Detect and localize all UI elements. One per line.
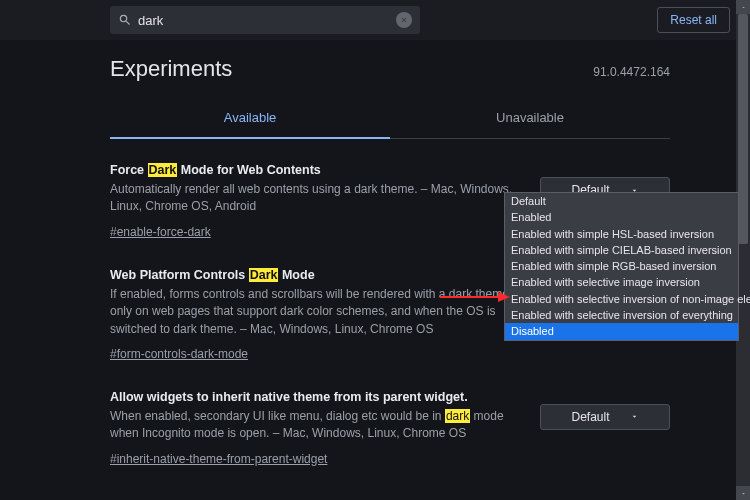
reset-all-button[interactable]: Reset all [657, 7, 730, 33]
experiment-title: Allow widgets to inherit native theme fr… [110, 390, 520, 404]
dropdown-option[interactable]: Default [505, 193, 738, 209]
experiment-row: Allow widgets to inherit native theme fr… [110, 390, 670, 467]
experiment-description: Automatically render all web contents us… [110, 181, 520, 216]
search-field[interactable] [110, 6, 420, 34]
experiment-select[interactable]: Default [540, 404, 670, 430]
tab-available[interactable]: Available [110, 98, 390, 139]
experiment-anchor[interactable]: #inherit-native-theme-from-parent-widget [110, 452, 327, 466]
experiment-title: Web Platform Controls Dark Mode [110, 268, 520, 282]
scrollbar-thumb[interactable] [738, 14, 748, 244]
scroll-up-button[interactable] [736, 0, 750, 14]
dropdown-option[interactable]: Enabled with selective inversion of ever… [505, 307, 738, 323]
dropdown-option[interactable]: Enabled [505, 209, 738, 225]
dropdown-option[interactable]: Disabled [505, 323, 738, 339]
dropdown-option[interactable]: Enabled with selective inversion of non-… [505, 291, 738, 307]
experiment-description: If enabled, forms controls and scrollbar… [110, 286, 520, 338]
dropdown-option[interactable]: Enabled with simple HSL-based inversion [505, 226, 738, 242]
experiment-anchor[interactable]: #form-controls-dark-mode [110, 347, 248, 361]
select-value: Default [571, 410, 609, 424]
scroll-down-button[interactable] [736, 486, 750, 500]
close-icon [400, 16, 408, 24]
dropdown-option[interactable]: Enabled with selective image inversion [505, 274, 738, 290]
tab-unavailable[interactable]: Unavailable [390, 98, 670, 139]
chevron-down-icon [630, 412, 639, 421]
search-input[interactable] [138, 13, 390, 28]
dropdown-option[interactable]: Enabled with simple CIELAB-based inversi… [505, 242, 738, 258]
experiment-anchor[interactable]: #enable-force-dark [110, 225, 211, 239]
clear-search-button[interactable] [396, 12, 412, 28]
search-icon [118, 13, 132, 27]
experiment-description: When enabled, secondary UI like menu, di… [110, 408, 520, 443]
select-dropdown[interactable]: DefaultEnabledEnabled with simple HSL-ba… [504, 192, 739, 341]
version-label: 91.0.4472.164 [593, 65, 670, 79]
experiment-title: Force Dark Mode for Web Contents [110, 163, 520, 177]
dropdown-option[interactable]: Enabled with simple RGB-based inversion [505, 258, 738, 274]
page-title: Experiments [110, 56, 593, 82]
